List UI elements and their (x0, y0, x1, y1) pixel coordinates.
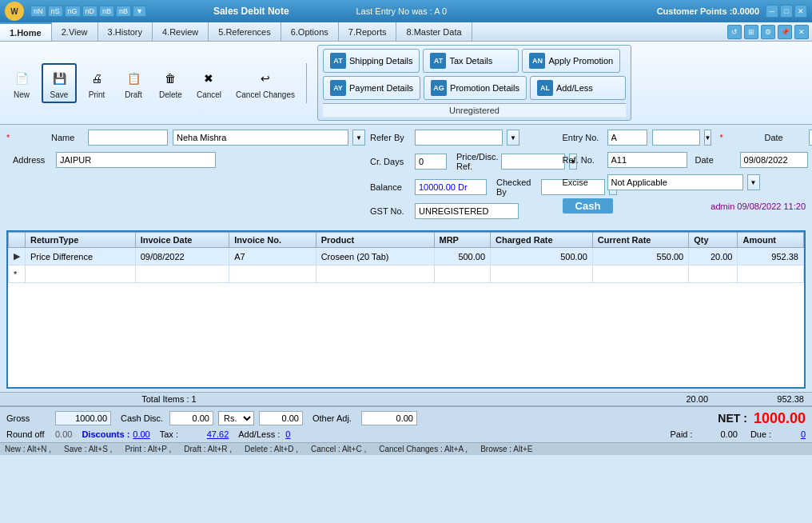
refer-by-dropdown[interactable]: ▼ (507, 130, 519, 146)
name-code-input[interactable] (88, 130, 168, 146)
discounts-value[interactable]: 0.00 (133, 429, 149, 439)
title-icon-ns[interactable]: nS (48, 6, 63, 17)
cell-charged-rate[interactable]: 500.00 (491, 248, 593, 265)
shortcut-browse: Browse : Alt+E (480, 445, 532, 453)
tax-details-button[interactable]: AT Tax Details (423, 49, 519, 73)
rs-select[interactable]: Rs. (218, 411, 254, 425)
excise-dropdown[interactable]: ▼ (747, 174, 760, 190)
print-button[interactable]: 🖨 Print (80, 64, 113, 102)
new-button[interactable]: 📄 New (5, 64, 38, 102)
tab-view[interactable]: 2.View (52, 22, 98, 41)
tab-home[interactable]: 1.Home (0, 22, 52, 41)
icon-settings[interactable]: ⚙ (761, 25, 775, 39)
empty-charged-rate[interactable] (491, 265, 593, 283)
empty-row[interactable]: * (9, 265, 804, 283)
shipping-details-button[interactable]: AT Shipping Details (323, 49, 420, 73)
payment-details-button[interactable]: AY Payment Details (323, 76, 420, 100)
excise-input[interactable] (607, 174, 743, 190)
shortcut-save: Save : Alt+S , (64, 445, 112, 453)
entry-no-row: Entry No. ▼ * Date ▼ (563, 130, 806, 146)
gst-input[interactable] (415, 203, 519, 219)
tab-review[interactable]: 4.Review (153, 22, 209, 41)
save-button[interactable]: 💾 Save (42, 63, 77, 103)
due-value[interactable]: 0 (801, 429, 806, 439)
cell-amount[interactable]: 952.38 (738, 248, 804, 265)
save-icon: 💾 (48, 67, 70, 90)
title-icon-nb2[interactable]: nB (116, 6, 131, 17)
maximize-button[interactable]: □ (780, 5, 793, 18)
icon-close-x[interactable]: ✕ (794, 25, 809, 39)
draft-button[interactable]: 📋 Draft (117, 64, 150, 102)
cancel-changes-button[interactable]: ↩ Cancel Changes (230, 64, 301, 102)
cell-product[interactable]: Croseen (20 Tab) (316, 248, 434, 265)
empty-product[interactable] (316, 265, 434, 283)
promotion-details-button[interactable]: AG Promotion Details (424, 76, 527, 100)
shipping-label: Shipping Details (349, 56, 413, 66)
ref-no-input[interactable] (607, 152, 687, 168)
form-area: * Name ▼ Address Refer By ▼ Cr. Days Pri… (0, 125, 812, 227)
entry-no-dropdown[interactable]: ▼ (704, 130, 712, 146)
cr-days-input[interactable] (415, 154, 447, 170)
shortcuts-bar: New : Alt+N , Save : Alt+S , Print : Alt… (0, 442, 812, 455)
empty-qty[interactable] (689, 265, 738, 283)
icon-pin[interactable]: 📌 (778, 25, 792, 39)
shortcut-print: Print : Alt+P , (125, 445, 171, 453)
col-mrp: MRP (434, 233, 491, 248)
date2-input[interactable] (740, 152, 808, 168)
refer-by-input[interactable] (415, 130, 503, 146)
cell-current-rate[interactable]: 550.00 (592, 248, 688, 265)
tab-master-data[interactable]: 8.Master Data (396, 22, 472, 41)
tax-value[interactable]: 47.62 (207, 429, 229, 439)
excise-label: Excise (563, 178, 603, 187)
icon-refresh[interactable]: ↺ (727, 25, 742, 39)
tab-reports[interactable]: 7.Reports (339, 22, 397, 41)
title-icon-down[interactable]: ▼ (133, 6, 146, 17)
add-less-button[interactable]: AL Add/Less (530, 76, 626, 100)
cancel-button[interactable]: ✖ Cancel (191, 64, 227, 102)
cell-invoice-no[interactable]: A7 (229, 248, 316, 265)
date-input[interactable] (809, 130, 812, 146)
ref-no-row: Ref. No. Date ▼ (563, 152, 806, 168)
gross-input[interactable] (55, 411, 111, 425)
name-dropdown[interactable]: ▼ (352, 130, 365, 146)
title-icon-ng[interactable]: nG (65, 6, 81, 17)
tab-options[interactable]: 6.Options (281, 22, 339, 41)
icon-grid[interactable]: ⊞ (744, 25, 758, 39)
cell-return-type[interactable]: Price Difference (26, 248, 136, 265)
table-row[interactable]: ▶ Price Difference 09/08/2022 A7 Croseen… (9, 248, 804, 265)
cell-qty[interactable]: 20.00 (689, 248, 738, 265)
due-label: Due : (750, 429, 794, 439)
tab-history[interactable]: 3.History (98, 22, 153, 41)
other-adj-input[interactable] (361, 411, 417, 425)
name-input[interactable] (173, 130, 348, 146)
balance-input[interactable] (415, 179, 487, 195)
tab-references[interactable]: 5.References (209, 22, 281, 41)
apply-promotion-button[interactable]: AN Apply Promotion (522, 49, 620, 73)
title-icon-nn[interactable]: nN (30, 6, 46, 17)
empty-invoice-no[interactable] (229, 265, 316, 283)
minimize-button[interactable]: ─ (766, 5, 778, 18)
col-qty: Qty (689, 233, 738, 248)
entry-no-input[interactable] (607, 130, 647, 146)
cash-disc-input[interactable] (169, 411, 213, 425)
close-button[interactable]: ✕ (794, 5, 807, 18)
col-amount: Amount (738, 233, 804, 248)
title-icon-nd[interactable]: nD (82, 6, 98, 17)
empty-current-rate[interactable] (592, 265, 688, 283)
empty-mrp[interactable] (434, 265, 491, 283)
empty-invoice-date[interactable] (135, 265, 229, 283)
apply-promo-icon: AN (529, 53, 545, 69)
price-disc-input[interactable] (501, 154, 565, 170)
cell-invoice-date[interactable]: 09/08/2022 (135, 248, 229, 265)
app-logo: W (5, 2, 24, 21)
empty-return-type[interactable] (26, 265, 136, 283)
empty-amount[interactable] (738, 265, 804, 283)
cash-disc-amt-input[interactable] (259, 411, 303, 425)
delete-button[interactable]: 🗑 Delete (153, 64, 188, 102)
address-row: Address (6, 152, 365, 168)
add-less-value[interactable]: 0 (285, 429, 290, 439)
cell-mrp[interactable]: 500.00 (434, 248, 491, 265)
entry-no-suffix-input[interactable] (652, 130, 700, 146)
address-input[interactable] (56, 152, 216, 168)
title-icon-nb[interactable]: nB (99, 6, 114, 17)
